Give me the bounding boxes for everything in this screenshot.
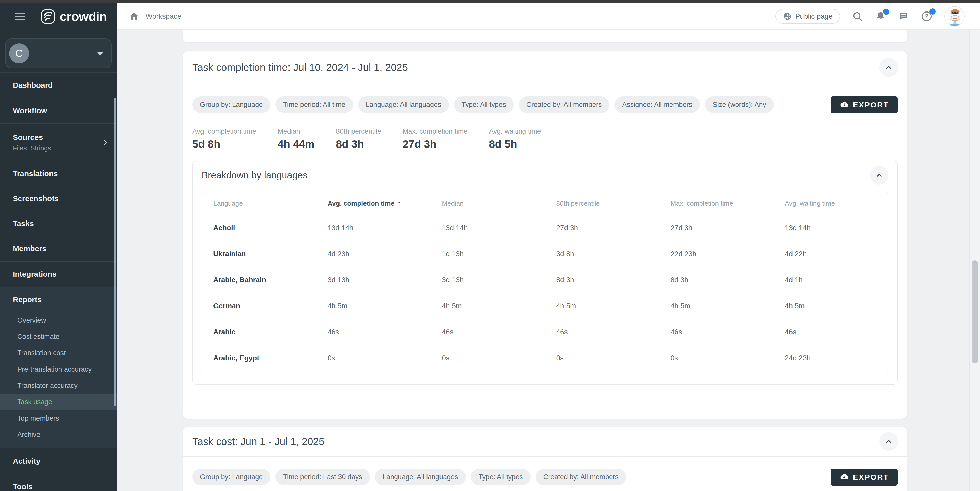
sidebar-subitem[interactable]: Task usage: [0, 394, 117, 410]
language-cell: Arabic, Egypt: [202, 345, 316, 371]
public-page-button[interactable]: Public page: [775, 9, 840, 24]
search-icon[interactable]: [852, 11, 863, 22]
filters-row: Group by: Language Time period: Last 30 …: [192, 469, 897, 486]
language-cell: Acholi: [202, 215, 316, 241]
table-cell: 8d 3h: [659, 267, 774, 293]
filter-chip[interactable]: Size (words): Any: [705, 96, 774, 113]
sidebar-subitem[interactable]: Translator accuracy: [0, 378, 117, 394]
filter-chip[interactable]: Group by: Language: [192, 96, 270, 113]
task-completion-card: Task completion time: Jul 10, 2024 - Jul…: [183, 51, 907, 419]
filters-row: Group by: Language Time period: All time…: [192, 96, 897, 113]
collapse-button[interactable]: [870, 166, 888, 185]
help-icon[interactable]: ?: [921, 10, 932, 22]
filter-chip[interactable]: Time period: Last 30 days: [275, 469, 370, 485]
stat-label: Max. completion time: [402, 128, 468, 136]
page-scrollbar[interactable]: [969, 30, 980, 491]
column-header[interactable]: Avg. waiting time ↑: [774, 192, 888, 215]
table-row: Acholi 13d 14h 13d 14h 27d 3h: [202, 215, 888, 241]
filter-chip[interactable]: Language: All languages: [358, 96, 449, 113]
task-completion-title: Task completion time: Jul 10, 2024 - Jul…: [192, 62, 408, 73]
sidebar-subitem[interactable]: Pre-translation accuracy: [0, 361, 117, 378]
sidebar-item-reports[interactable]: Reports: [0, 287, 117, 312]
column-header[interactable]: Max. completion time ↑: [659, 192, 774, 215]
sidebar-nav: Dashboard Workflow Sources Files, String…: [0, 72, 117, 491]
page-scrollbar-thumb[interactable]: [972, 260, 978, 363]
sidebar-item-tools[interactable]: Tools: [0, 474, 117, 491]
cloud-download-icon: [839, 100, 849, 110]
column-header[interactable]: Avg. completion time ↑: [316, 192, 431, 215]
table-cell: 4h 5m: [316, 293, 431, 319]
breakdown-title: Breakdown by languages: [202, 170, 308, 181]
filter-chip[interactable]: Assignee: All members: [614, 96, 700, 113]
export-button[interactable]: EXPORT: [830, 469, 897, 486]
collapse-button[interactable]: [879, 58, 898, 77]
stat-label: Median: [277, 128, 315, 136]
sidebar-item-integrations[interactable]: Integrations: [0, 261, 117, 287]
table-cell: 13d 14h: [316, 215, 431, 241]
sidebar-item-workflow[interactable]: Workflow: [0, 98, 117, 123]
language-cell: Ukrainian: [202, 241, 316, 267]
stat-block: 80th percentile 8d 3h: [336, 128, 381, 150]
task-cost-title: Task cost: Jun 1 - Jul 1, 2025: [192, 436, 325, 447]
table-cell: 4h 5m: [545, 293, 659, 319]
filter-chip[interactable]: Language: All languages: [375, 469, 466, 485]
svg-text:?: ?: [925, 13, 929, 20]
org-selector[interactable]: C: [5, 38, 112, 69]
filter-chip[interactable]: Created by: All members: [536, 469, 627, 485]
sidebar-subitem[interactable]: Overview: [0, 312, 117, 328]
main-content: Task completion time: Jul 10, 2024 - Jul…: [117, 30, 980, 491]
column-header[interactable]: 80th percentile ↑: [545, 192, 659, 215]
filter-chips: Group by: Language Time period: All time…: [192, 96, 774, 113]
browser-top-strip: [0, 0, 980, 3]
table-cell: 27d 3h: [659, 215, 774, 241]
sidebar-item-translations[interactable]: Translations: [0, 161, 117, 186]
user-avatar[interactable]: [944, 6, 965, 27]
filter-chip[interactable]: Group by: Language: [192, 469, 270, 485]
filter-chip[interactable]: Type: All types: [471, 469, 531, 485]
stat-label: Avg. waiting time: [489, 128, 541, 136]
filter-chip[interactable]: Type: All types: [454, 96, 514, 113]
sidebar-item-tasks[interactable]: Tasks: [0, 211, 117, 236]
sort-asc-icon: ↑: [398, 199, 401, 207]
table-cell: 4d 22h: [774, 241, 888, 267]
table-row: Arabic, Bahrain 3d 13h 3d 13h 8d 3h: [202, 267, 888, 293]
cloud-download-icon: [839, 472, 849, 482]
sidebar-subitem[interactable]: Top members: [0, 410, 117, 426]
sidebar-item-activity[interactable]: Activity: [0, 448, 117, 474]
summary-stats: Avg. completion time 5d 8h Median 4h 44m…: [192, 128, 897, 150]
sidebar-subitem[interactable]: Translation cost: [0, 345, 117, 361]
sidebar-subitem[interactable]: Archive: [0, 426, 117, 443]
menu-icon[interactable]: [15, 11, 25, 22]
table-cell: 0s: [431, 345, 545, 371]
sidebar-header: crowdin: [0, 3, 117, 30]
sidebar-item-sources[interactable]: Sources Files, Strings: [0, 124, 117, 161]
home-icon[interactable]: [129, 11, 140, 22]
column-header[interactable]: Language ↑: [202, 192, 316, 215]
sidebar-subitem[interactable]: Cost estimate: [0, 328, 117, 345]
crowdin-logo[interactable]: crowdin: [40, 9, 107, 24]
crowdin-logo-icon: [40, 9, 56, 24]
collapse-button[interactable]: [879, 432, 898, 451]
table-cell: 24d 23h: [774, 345, 888, 371]
filter-chip[interactable]: Time period: All time: [275, 96, 353, 113]
filter-chip[interactable]: Created by: All members: [519, 96, 609, 113]
table-cell: 13d 14h: [774, 215, 888, 241]
column-header[interactable]: Median ↑: [431, 192, 545, 215]
sidebar-item-screenshots[interactable]: Screenshots: [0, 186, 117, 211]
export-button[interactable]: EXPORT: [830, 96, 897, 113]
table-cell: 13d 14h: [431, 215, 545, 241]
chat-icon[interactable]: [898, 11, 909, 22]
reports-subitems: Overview Cost estimate Translation cost …: [0, 312, 117, 443]
sidebar-scrollbar[interactable]: [114, 98, 116, 406]
sidebar-item-members[interactable]: Members: [0, 236, 117, 261]
table-body: Acholi 13d 14h 13d 14h 27d 3h: [202, 215, 888, 371]
breadcrumb[interactable]: Workspace: [146, 12, 181, 21]
sidebar-item-dashboard[interactable]: Dashboard: [0, 73, 117, 98]
table-cell: 3d 13h: [316, 267, 431, 293]
stat-value: 8d 5h: [489, 138, 541, 150]
breakdown-header: Breakdown by languages: [193, 161, 897, 190]
stat-label: 80th percentile: [336, 128, 381, 136]
language-cell: German: [202, 293, 316, 319]
bell-icon[interactable]: [875, 11, 886, 22]
table-cell: 8d 3h: [545, 267, 659, 293]
